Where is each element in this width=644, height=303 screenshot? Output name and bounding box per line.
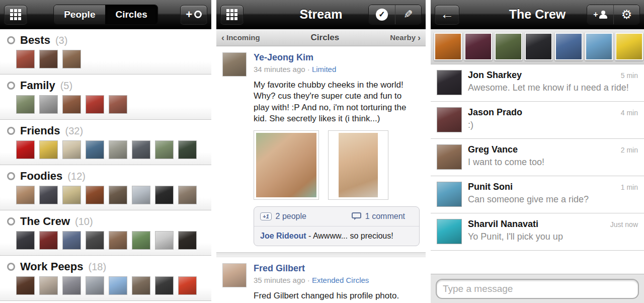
post-author-link[interactable]: Fred Gilbert [254, 263, 420, 274]
circle-name: Work Peeps [20, 260, 84, 273]
add-person-button[interactable]: + [587, 5, 613, 24]
comment-author-link[interactable]: Joe Rideout [260, 232, 306, 240]
tab-people[interactable]: People [54, 5, 105, 24]
avatar [16, 186, 35, 204]
message-time: Just now [610, 220, 638, 229]
gear-icon: ⚙ [621, 9, 632, 21]
avatar[interactable] [437, 107, 462, 132]
avatar[interactable] [555, 33, 583, 60]
tab-circles[interactable]: Circles [105, 5, 157, 24]
google-plus-app-screens: People Circles + Bests (3) Family [0, 0, 644, 303]
avatar[interactable] [222, 52, 247, 77]
message-text: Can someone give me a ride? [468, 194, 638, 205]
avatar[interactable] [222, 263, 247, 287]
circle-name: Foodies [20, 170, 62, 183]
post-body: Fred Gilbert changed his profile photo. [254, 290, 420, 301]
avatar [155, 231, 174, 250]
avatar [86, 186, 104, 204]
circle-count: (5) [60, 80, 72, 92]
stream-screen: Stream ✓ ✎ [216, 0, 426, 303]
huddle-message-list: Jon Sharkey 5 min Awesome. Let me know i… [431, 64, 644, 251]
app-grid-button[interactable] [4, 5, 27, 24]
avatar [178, 276, 197, 295]
sender-name: Jason Prado [468, 107, 522, 118]
avatar [62, 231, 81, 250]
post-audience-link[interactable]: Extended Circles [312, 276, 369, 284]
post-author-link[interactable]: Ye-Jeong Kim [254, 52, 420, 63]
circle-avatars [16, 276, 204, 295]
circle-row-family[interactable]: Family (5) [0, 74, 211, 120]
comment-preview[interactable]: Joe Rideout - Awwww... so precious! [254, 226, 419, 246]
stream-navbar: Stream ✓ ✎ [216, 0, 426, 29]
avatar[interactable] [615, 33, 643, 60]
plus-one-count[interactable]: +1 2 people [260, 212, 306, 221]
avatar[interactable] [434, 33, 462, 60]
app-grid-button[interactable] [220, 5, 244, 24]
circle-count: (32) [65, 125, 83, 137]
comment-count[interactable]: 1 comment [352, 212, 413, 221]
circle-avatars [16, 140, 204, 159]
tab-nearby[interactable]: Nearby › [390, 33, 421, 42]
post-time: 35 minutes ago [254, 276, 305, 284]
sender-name: Jon Sharkey [468, 70, 522, 81]
circle-count: (18) [89, 261, 107, 273]
circle-name: Bests [20, 34, 50, 47]
circle-row-the-crew[interactable]: The Crew (10) [0, 210, 211, 256]
message-row: Greg Vance 2 min I want to come too! [431, 139, 644, 176]
post-meta: 35 minutes ago · Extended Circles [254, 276, 420, 284]
circle-row-friends[interactable]: Friends (32) [0, 120, 211, 165]
avatar [109, 140, 127, 159]
circle-row-foodies[interactable]: Foodies (12) [0, 165, 211, 210]
avatar [109, 186, 127, 204]
meta-separator: · [307, 276, 310, 284]
tab-incoming[interactable]: ‹ Incoming [221, 33, 260, 42]
circle-count: (12) [67, 171, 86, 182]
avatar [155, 186, 174, 204]
avatar [132, 276, 150, 295]
settings-button[interactable]: ⚙ [613, 5, 639, 24]
avatar[interactable] [437, 219, 462, 244]
circle-icon [194, 11, 202, 18]
avatar [86, 95, 104, 114]
avatar[interactable] [525, 33, 552, 60]
avatar [39, 186, 58, 204]
circle-row-work-peeps[interactable]: Work Peeps (18) [0, 256, 211, 301]
avatar[interactable] [437, 182, 462, 207]
circle-name: The Crew [20, 215, 70, 228]
avatar [109, 276, 127, 295]
message-text: Awesome. Let me know if u need a ride! [468, 82, 638, 94]
message-text: Yo Punit, I'll pick you up [468, 231, 638, 243]
message-input[interactable] [436, 279, 639, 299]
avatar [109, 231, 127, 250]
stream-tab-bar: ‹ Incoming Circles Nearby › [216, 29, 426, 46]
chevron-left-icon: ‹ [221, 33, 224, 42]
avatar[interactable] [464, 33, 492, 60]
photo-attachment[interactable] [254, 130, 319, 200]
post-time: 34 minutes ago [254, 65, 305, 73]
avatar[interactable] [585, 33, 613, 60]
avatar [62, 50, 81, 68]
checkin-button[interactable]: ✓ [369, 5, 395, 24]
back-button[interactable]: ← [435, 5, 459, 24]
sender-name: Sharvil Nanavati [468, 219, 538, 230]
huddle-screen: The Crew ← + ⚙ Jon Sharkey [431, 0, 644, 303]
circle-row-bests[interactable]: Bests (3) [0, 29, 211, 74]
add-circle-button[interactable]: + [180, 5, 207, 24]
stream-post: Ye-Jeong Kim 34 minutes ago · Limited My… [216, 46, 426, 252]
circle-ring-icon [7, 263, 15, 271]
avatar [155, 276, 174, 295]
comment-bubble-icon [352, 212, 361, 220]
compose-post-button[interactable]: ✎ [395, 5, 421, 24]
grid-icon [10, 9, 21, 20]
photo-attachment[interactable] [328, 130, 388, 200]
avatar[interactable] [437, 144, 462, 170]
circle-ring-icon [7, 36, 15, 44]
avatar[interactable] [495, 33, 522, 60]
avatar[interactable] [437, 70, 462, 95]
avatar [39, 276, 58, 295]
post-audience-link[interactable]: Limited [312, 65, 336, 73]
message-row: Jon Sharkey 5 min Awesome. Let me know i… [431, 64, 644, 102]
circles-navbar: People Circles + [0, 0, 211, 29]
comment-text: - Awwww... so precious! [308, 232, 393, 240]
huddle-navbar: The Crew ← + ⚙ [431, 0, 644, 29]
